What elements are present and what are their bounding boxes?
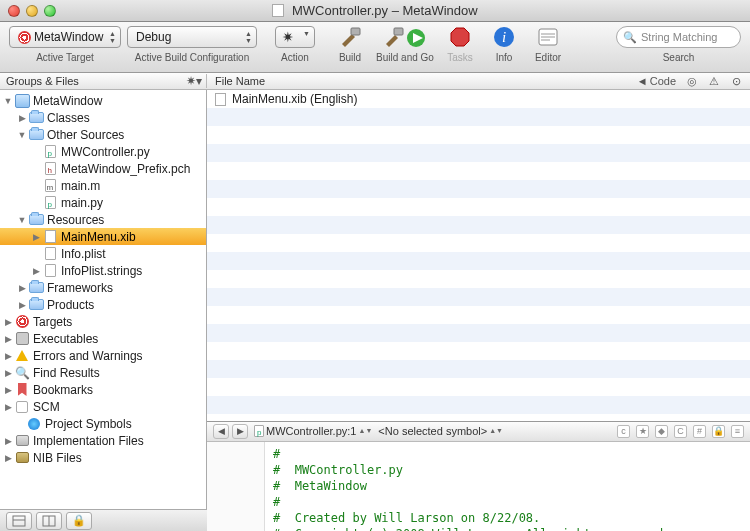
- file-detail-list[interactable]: MainMenu.xib (English): [207, 90, 750, 422]
- sidebar-item-frameworks[interactable]: ▶Frameworks: [0, 279, 206, 296]
- warnings-column-icon[interactable]: ⚠︎: [708, 75, 720, 87]
- split-editor-button[interactable]: ≡: [731, 425, 744, 438]
- counterpart-button[interactable]: c: [617, 425, 630, 438]
- nav-back-button[interactable]: ◀: [213, 424, 229, 439]
- tree-label: Other Sources: [47, 128, 124, 142]
- minimize-window-button[interactable]: [26, 5, 38, 17]
- sidebar-item-infoplist-strings[interactable]: ▶InfoPlist.strings: [0, 262, 206, 279]
- tree-label: Executables: [33, 332, 98, 346]
- action-button[interactable]: ✷ ▼: [275, 26, 315, 48]
- editor-gutter[interactable]: [207, 442, 265, 531]
- svg-text:i: i: [502, 29, 506, 45]
- search-label: Search: [663, 52, 695, 63]
- sidebar-item-prefix-pch[interactable]: MetaWindow_Prefix.pch: [0, 160, 206, 177]
- nav-symbol-crumb: <No selected symbol>: [378, 425, 487, 437]
- project-tree: ▼MetaWindow ▶Classes ▼Other Sources MWCo…: [0, 90, 206, 466]
- tree-label: SCM: [33, 400, 60, 414]
- build-label: Build: [339, 52, 361, 63]
- folder-icon: [29, 282, 44, 293]
- window-title: MWController.py – MetaWindow: [0, 3, 750, 18]
- sidebar-item-other-sources[interactable]: ▼Other Sources: [0, 126, 206, 143]
- tasks-button[interactable]: [443, 22, 477, 52]
- sidebar-item-targets[interactable]: ▶Targets: [0, 313, 206, 330]
- sidebar-item-executables[interactable]: ▶Executables: [0, 330, 206, 347]
- class-browser-button[interactable]: C: [674, 425, 687, 438]
- tree-label: Targets: [33, 315, 72, 329]
- lock-file-button[interactable]: 🔒: [712, 425, 725, 438]
- editor-icon: [536, 25, 560, 49]
- file-history-popup[interactable]: MWController.py:1 ▲▼: [254, 425, 372, 437]
- sidebar-item-project-symbols[interactable]: Project Symbols: [0, 415, 206, 432]
- build-button[interactable]: [333, 22, 367, 52]
- close-window-button[interactable]: [8, 5, 20, 17]
- search-input[interactable]: 🔍 String Matching: [616, 26, 741, 48]
- sidebar-item-main-py[interactable]: main.py: [0, 194, 206, 211]
- code-sort-dropdown[interactable]: ◄ Code: [637, 75, 676, 87]
- sidebar-item-products[interactable]: ▶Products: [0, 296, 206, 313]
- sidebar-item-nib-files[interactable]: ▶NIB Files: [0, 449, 206, 466]
- editor-group: Editor: [529, 24, 567, 63]
- toggle-editor-tab[interactable]: [36, 512, 62, 530]
- sidebar-item-implementation-files[interactable]: ▶Implementation Files: [0, 432, 206, 449]
- python-file-icon: [45, 196, 56, 209]
- build-and-go-label: Build and Go: [376, 52, 434, 63]
- tree-label: Classes: [47, 111, 90, 125]
- sidebar-item-bookmarks[interactable]: ▶Bookmarks: [0, 381, 206, 398]
- tree-label: Find Results: [33, 366, 100, 380]
- popup-arrows-icon: ▲▼: [358, 428, 372, 434]
- header-file-icon: [45, 162, 56, 175]
- stop-sign-icon: [448, 25, 472, 49]
- tree-label: MainMenu.xib: [61, 230, 136, 244]
- python-file-icon: [45, 145, 56, 158]
- sidebar-item-info-plist[interactable]: Info.plist: [0, 245, 206, 262]
- document-proxy-icon[interactable]: [272, 4, 284, 17]
- xib-file-icon: [215, 93, 226, 106]
- info-button[interactable]: i: [487, 22, 521, 52]
- build-config-value: Debug: [136, 30, 171, 44]
- sidebar-item-errors-warnings[interactable]: ▶Errors and Warnings: [0, 347, 206, 364]
- warning-icon: [16, 350, 28, 361]
- tree-label: Frameworks: [47, 281, 113, 295]
- build-config-popup[interactable]: Debug ▲▼: [127, 26, 257, 48]
- groups-and-files-sidebar[interactable]: ▼MetaWindow ▶Classes ▼Other Sources MWCo…: [0, 90, 207, 531]
- tree-label: Bookmarks: [33, 383, 93, 397]
- build-and-go-button[interactable]: [377, 22, 433, 52]
- source-editor[interactable]: # # MWController.py # MetaWindow # # Cre…: [207, 442, 750, 531]
- included-files-button[interactable]: #: [693, 425, 706, 438]
- svg-rect-0: [351, 28, 360, 35]
- sidebar-item-mwcontroller-py[interactable]: MWController.py: [0, 143, 206, 160]
- sidebar-item-find-results[interactable]: ▶🔍Find Results: [0, 364, 206, 381]
- editor-code[interactable]: # # MWController.py # MetaWindow # # Cre…: [265, 442, 678, 531]
- sidebar-item-metawindow-project[interactable]: ▼MetaWindow: [0, 92, 206, 109]
- sidebar-item-scm[interactable]: ▶SCM: [0, 398, 206, 415]
- file-name-column-header[interactable]: File Name: [207, 75, 637, 87]
- sidebar-item-resources[interactable]: ▼Resources: [0, 211, 206, 228]
- sidebar-item-mainmenu-xib[interactable]: ▶MainMenu.xib: [0, 228, 206, 245]
- active-target-popup[interactable]: MetaWindow ▲▼: [9, 26, 121, 48]
- tree-label: Products: [47, 298, 94, 312]
- breakpoints-popup-button[interactable]: ◆: [655, 425, 668, 438]
- function-popup[interactable]: <No selected symbol> ▲▼: [378, 425, 503, 437]
- strings-file-icon: [45, 264, 56, 277]
- tree-label: Info.plist: [61, 247, 106, 261]
- tree-label: Resources: [47, 213, 104, 227]
- editor-button[interactable]: [531, 22, 565, 52]
- build-status-column-icon[interactable]: ◎: [686, 75, 698, 87]
- scope-bar: Groups & Files ✷▾ File Name ◄ Code ◎ ⚠︎ …: [0, 73, 750, 90]
- lock-view-tab[interactable]: 🔒: [66, 512, 92, 530]
- detail-view-tab[interactable]: [6, 512, 32, 530]
- tree-label: Implementation Files: [33, 434, 144, 448]
- sidebar-item-main-m[interactable]: main.m: [0, 177, 206, 194]
- search-placeholder: String Matching: [641, 31, 717, 43]
- hammer-icon: [337, 24, 363, 50]
- sidebar-options-button[interactable]: ✷▾: [186, 74, 202, 88]
- file-row-mainmenu-xib[interactable]: MainMenu.xib (English): [207, 90, 750, 108]
- zoom-window-button[interactable]: [44, 5, 56, 17]
- tree-label: main.py: [61, 196, 103, 210]
- sidebar-item-classes[interactable]: ▶Classes: [0, 109, 206, 126]
- target-column-icon[interactable]: ⊙: [730, 75, 742, 87]
- nav-forward-button[interactable]: ▶: [232, 424, 248, 439]
- content-area: MainMenu.xib (English) ◀ ▶ MWController.…: [207, 90, 750, 531]
- bookmarks-popup-button[interactable]: ★: [636, 425, 649, 438]
- project-icon: [15, 94, 30, 108]
